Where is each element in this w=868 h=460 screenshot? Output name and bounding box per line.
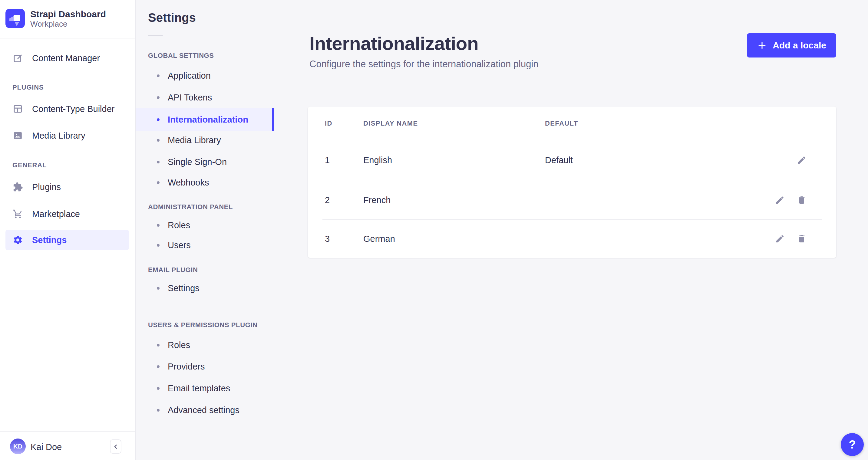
- subnav-item-label: Single Sign-On: [168, 157, 227, 167]
- sidebar-item-label: Media Library: [32, 131, 85, 141]
- sidebar-item-media-library[interactable]: Media Library: [5, 125, 129, 146]
- bullet-icon: [157, 409, 160, 412]
- sidebar-item-label: Plugins: [32, 182, 61, 192]
- subnav-item-email-settings[interactable]: Settings: [136, 278, 274, 298]
- bullet-icon: [157, 287, 160, 290]
- cell-display-name: English: [363, 155, 392, 165]
- subnav-group-administration-panel: ADMINISTRATION PANEL: [148, 203, 233, 211]
- column-header-id: ID: [325, 106, 333, 140]
- subnav-item-advanced-settings[interactable]: Advanced settings: [136, 400, 274, 420]
- subnav-item-label: Providers: [168, 362, 205, 372]
- subnav-item-label: API Tokens: [168, 93, 212, 103]
- sidebar-item-plugins[interactable]: Plugins: [5, 177, 129, 197]
- table-row: 1 English Default: [308, 140, 836, 180]
- subnav-item-media-library[interactable]: Media Library: [136, 130, 274, 150]
- edit-locale-button[interactable]: [797, 155, 807, 165]
- sidebar-item-content-type-builder[interactable]: Content-Type Builder: [5, 99, 129, 119]
- table-row: 3 German: [308, 220, 836, 258]
- sidebar-item-label: Marketplace: [32, 209, 80, 219]
- sidebar-section-plugins: PLUGINS: [12, 84, 43, 91]
- avatar[interactable]: KD: [10, 438, 26, 454]
- chevron-left-icon: [112, 443, 119, 450]
- user-name: Kai Doe: [31, 442, 62, 452]
- subnav-item-single-sign-on[interactable]: Single Sign-On: [136, 152, 274, 172]
- bullet-icon: [157, 96, 160, 99]
- subnav-item-application[interactable]: Application: [136, 66, 274, 86]
- subnav-item-label: Internationalization: [168, 115, 248, 125]
- bullet-icon: [157, 181, 160, 184]
- locales-table: ID DISPLAY NAME DEFAULT 1 English Defaul…: [308, 106, 836, 258]
- add-locale-button[interactable]: Add a locale: [747, 33, 836, 58]
- pencil-icon: [775, 234, 785, 243]
- settings-subnav: Settings GLOBAL SETTINGS Application API…: [136, 0, 274, 460]
- bullet-icon: [157, 365, 160, 368]
- subnav-item-api-tokens[interactable]: API Tokens: [136, 88, 274, 107]
- sidebar-item-label: Content-Type Builder: [32, 104, 115, 114]
- cart-icon: [13, 209, 23, 219]
- sidebar-item-label: Settings: [32, 235, 67, 245]
- sidebar-item-marketplace[interactable]: Marketplace: [5, 204, 129, 224]
- edit-locale-button[interactable]: [775, 234, 785, 243]
- sidebar-section-general: GENERAL: [12, 161, 46, 169]
- sidebar-item-content-manager[interactable]: Content Manager: [5, 48, 129, 68]
- gear-icon: [13, 235, 23, 245]
- bullet-icon: [157, 387, 160, 390]
- delete-locale-button[interactable]: [797, 234, 807, 243]
- subnav-item-label: Webhooks: [168, 178, 209, 188]
- main-sidebar: Strapi Dashboard Workplace Content Manag…: [0, 0, 136, 460]
- edit-locale-button[interactable]: [775, 195, 785, 205]
- bullet-icon: [157, 244, 160, 247]
- layout-icon: [13, 104, 23, 114]
- subnav-item-email-templates[interactable]: Email templates: [136, 378, 274, 398]
- page-title: Internationalization: [309, 33, 478, 54]
- subnav-item-label: Email templates: [168, 384, 230, 393]
- strapi-logo-icon: [5, 9, 25, 28]
- delete-locale-button[interactable]: [797, 195, 807, 205]
- help-button[interactable]: ?: [841, 433, 864, 456]
- cell-default: Default: [545, 155, 573, 165]
- subnav-item-label: Settings: [168, 283, 199, 293]
- trash-icon: [797, 195, 807, 205]
- subnav-item-up-roles[interactable]: Roles: [136, 335, 274, 355]
- subnav-item-providers[interactable]: Providers: [136, 357, 274, 376]
- bullet-icon: [157, 161, 160, 163]
- subnav-item-label: Advanced settings: [168, 405, 240, 415]
- collapse-sidebar-button[interactable]: [110, 439, 121, 454]
- subnav-title: Settings: [148, 11, 196, 25]
- table-row: 2 French: [308, 180, 836, 220]
- subnav-item-webhooks[interactable]: Webhooks: [136, 172, 274, 193]
- subnav-group-email-plugin: EMAIL PLUGIN: [148, 266, 198, 274]
- column-header-display-name: DISPLAY NAME: [363, 106, 418, 140]
- subnav-group-global-settings: GLOBAL SETTINGS: [148, 52, 214, 60]
- subnav-item-admin-roles[interactable]: Roles: [136, 215, 274, 235]
- sidebar-item-settings[interactable]: Settings: [5, 230, 129, 250]
- subnav-divider: [148, 35, 163, 36]
- pencil-icon: [775, 195, 785, 205]
- subnav-item-label: Application: [168, 71, 211, 81]
- bullet-icon: [157, 118, 160, 121]
- subnav-item-label: Roles: [168, 340, 190, 350]
- bullet-icon: [157, 224, 160, 227]
- app-title: Strapi Dashboard: [30, 9, 106, 20]
- subnav-item-internationalization[interactable]: Internationalization: [136, 108, 274, 131]
- pencil-icon: [797, 155, 807, 165]
- workspace-name: Workplace: [30, 20, 67, 29]
- cell-display-name: French: [363, 195, 391, 205]
- bullet-icon: [157, 344, 160, 347]
- workspace-header[interactable]: Strapi Dashboard Workplace: [0, 0, 135, 38]
- bullet-icon: [157, 139, 160, 142]
- main-content: Internationalization Configure the setti…: [274, 0, 868, 460]
- add-locale-label: Add a locale: [773, 40, 826, 51]
- bullet-icon: [157, 74, 160, 77]
- sidebar-footer-divider: [0, 431, 136, 432]
- image-icon: [13, 130, 23, 141]
- subnav-item-admin-users[interactable]: Users: [136, 235, 274, 255]
- trash-icon: [797, 234, 807, 243]
- cell-id: 1: [325, 155, 330, 165]
- table-header-row: ID DISPLAY NAME DEFAULT: [308, 106, 836, 140]
- sidebar-item-label: Content Manager: [32, 53, 100, 63]
- page-subtitle: Configure the settings for the internati…: [309, 59, 538, 70]
- subnav-item-label: Roles: [168, 220, 190, 230]
- puzzle-icon: [13, 182, 23, 192]
- pen-square-icon: [13, 53, 23, 63]
